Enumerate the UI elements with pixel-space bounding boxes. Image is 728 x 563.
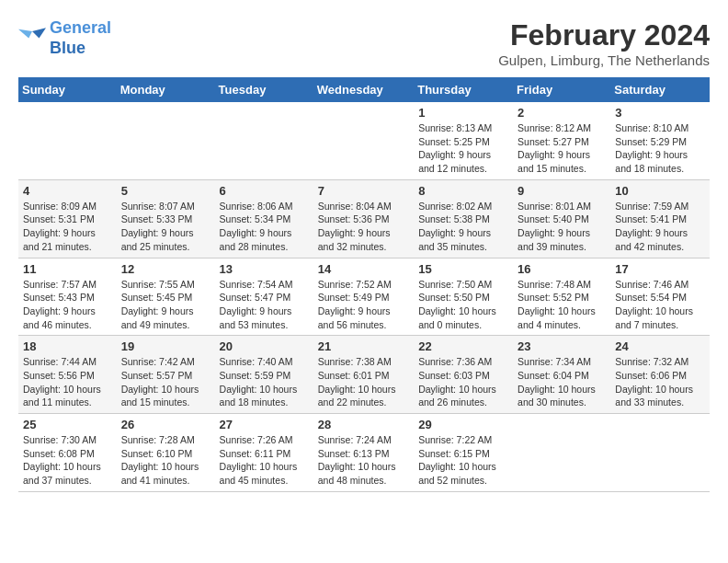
day-info: Sunrise: 8:12 AMSunset: 5:27 PMDaylight:… <box>518 121 606 176</box>
day-info: Sunrise: 7:59 AMSunset: 5:41 PMDaylight:… <box>615 200 705 254</box>
day-number: 17 <box>615 262 705 276</box>
day-cell: 20Sunrise: 7:40 AMSunset: 5:59 PMDayligh… <box>215 336 313 414</box>
day-number: 18 <box>23 339 112 353</box>
week-row-5: 25Sunrise: 7:30 AMSunset: 6:08 PMDayligh… <box>18 414 710 492</box>
day-info: Sunrise: 7:40 AMSunset: 5:59 PMDaylight:… <box>220 355 309 409</box>
day-number: 7 <box>318 184 409 198</box>
day-number: 19 <box>121 339 210 353</box>
svg-marker-1 <box>18 29 32 39</box>
day-number: 25 <box>23 418 112 431</box>
day-cell: 28Sunrise: 7:24 AMSunset: 6:13 PMDayligh… <box>313 414 414 492</box>
day-number: 20 <box>220 339 309 353</box>
day-cell <box>215 102 313 179</box>
header-cell-wednesday: Wednesday <box>313 77 414 102</box>
day-cell <box>117 102 215 179</box>
header-cell-saturday: Saturday <box>610 77 710 102</box>
location: Gulpen, Limburg, The Netherlands <box>498 52 710 68</box>
day-cell: 15Sunrise: 7:50 AMSunset: 5:50 PMDayligh… <box>414 258 513 336</box>
day-cell: 22Sunrise: 7:36 AMSunset: 6:03 PMDayligh… <box>414 336 513 414</box>
day-info: Sunrise: 8:10 AMSunset: 5:29 PMDaylight:… <box>615 121 705 176</box>
day-number: 22 <box>418 339 508 353</box>
logo-text: General Blue <box>50 18 111 58</box>
day-cell: 14Sunrise: 7:52 AMSunset: 5:49 PMDayligh… <box>313 258 414 336</box>
day-info: Sunrise: 8:04 AMSunset: 5:36 PMDaylight:… <box>318 200 409 254</box>
day-number: 5 <box>121 184 210 198</box>
week-row-3: 11Sunrise: 7:57 AMSunset: 5:43 PMDayligh… <box>18 258 710 336</box>
day-cell: 27Sunrise: 7:26 AMSunset: 6:11 PMDayligh… <box>215 414 313 492</box>
title-block: February 2024 Gulpen, Limburg, The Nethe… <box>498 18 710 68</box>
header-cell-monday: Monday <box>117 77 215 102</box>
day-cell: 26Sunrise: 7:28 AMSunset: 6:10 PMDayligh… <box>117 414 215 492</box>
day-number: 13 <box>220 262 309 276</box>
day-info: Sunrise: 7:22 AMSunset: 6:15 PMDaylight:… <box>418 433 508 488</box>
logo: General Blue <box>18 18 111 58</box>
day-cell: 10Sunrise: 7:59 AMSunset: 5:41 PMDayligh… <box>610 179 710 258</box>
day-cell: 12Sunrise: 7:55 AMSunset: 5:45 PMDayligh… <box>117 258 215 336</box>
day-cell: 1Sunrise: 8:13 AMSunset: 5:25 PMDaylight… <box>414 102 513 179</box>
day-number: 15 <box>418 262 508 276</box>
page-header: General Blue February 2024 Gulpen, Limbu… <box>18 18 710 68</box>
day-info: Sunrise: 7:30 AMSunset: 6:08 PMDaylight:… <box>23 433 112 488</box>
day-info: Sunrise: 8:13 AMSunset: 5:25 PMDaylight:… <box>418 121 508 176</box>
day-cell: 7Sunrise: 8:04 AMSunset: 5:36 PMDaylight… <box>313 179 414 258</box>
day-cell <box>18 102 117 179</box>
day-number: 24 <box>615 339 705 353</box>
day-info: Sunrise: 7:38 AMSunset: 6:01 PMDaylight:… <box>318 355 409 409</box>
day-info: Sunrise: 7:50 AMSunset: 5:50 PMDaylight:… <box>418 278 508 332</box>
day-cell <box>610 414 710 492</box>
day-cell: 23Sunrise: 7:34 AMSunset: 6:04 PMDayligh… <box>513 336 610 414</box>
day-cell: 2Sunrise: 8:12 AMSunset: 5:27 PMDaylight… <box>513 102 610 179</box>
day-cell: 5Sunrise: 8:07 AMSunset: 5:33 PMDaylight… <box>117 179 215 258</box>
day-number: 8 <box>418 184 508 198</box>
day-cell: 21Sunrise: 7:38 AMSunset: 6:01 PMDayligh… <box>313 336 414 414</box>
day-info: Sunrise: 7:28 AMSunset: 6:10 PMDaylight:… <box>121 433 210 488</box>
day-info: Sunrise: 7:44 AMSunset: 5:56 PMDaylight:… <box>23 355 112 409</box>
day-info: Sunrise: 7:57 AMSunset: 5:43 PMDaylight:… <box>23 278 112 332</box>
month-title: February 2024 <box>498 18 710 52</box>
day-info: Sunrise: 7:46 AMSunset: 5:54 PMDaylight:… <box>615 278 705 332</box>
day-cell: 17Sunrise: 7:46 AMSunset: 5:54 PMDayligh… <box>610 258 710 336</box>
day-cell: 6Sunrise: 8:06 AMSunset: 5:34 PMDaylight… <box>215 179 313 258</box>
day-number: 16 <box>518 262 606 276</box>
day-info: Sunrise: 7:24 AMSunset: 6:13 PMDaylight:… <box>318 433 409 488</box>
day-info: Sunrise: 7:54 AMSunset: 5:47 PMDaylight:… <box>220 278 309 332</box>
day-number: 2 <box>518 106 606 120</box>
day-info: Sunrise: 8:01 AMSunset: 5:40 PMDaylight:… <box>518 200 606 254</box>
header-cell-tuesday: Tuesday <box>215 77 313 102</box>
day-cell: 29Sunrise: 7:22 AMSunset: 6:15 PMDayligh… <box>414 414 513 492</box>
day-number: 27 <box>220 418 309 431</box>
day-number: 9 <box>518 184 606 198</box>
day-cell: 8Sunrise: 8:02 AMSunset: 5:38 PMDaylight… <box>414 179 513 258</box>
week-row-1: 1Sunrise: 8:13 AMSunset: 5:25 PMDaylight… <box>18 102 710 179</box>
week-row-2: 4Sunrise: 8:09 AMSunset: 5:31 PMDaylight… <box>18 179 710 258</box>
day-cell: 3Sunrise: 8:10 AMSunset: 5:29 PMDaylight… <box>610 102 710 179</box>
day-info: Sunrise: 7:26 AMSunset: 6:11 PMDaylight:… <box>220 433 309 488</box>
day-number: 4 <box>23 184 112 198</box>
day-cell: 16Sunrise: 7:48 AMSunset: 5:52 PMDayligh… <box>513 258 610 336</box>
day-number: 28 <box>318 418 409 431</box>
day-info: Sunrise: 8:09 AMSunset: 5:31 PMDaylight:… <box>23 200 112 254</box>
svg-marker-0 <box>32 28 46 38</box>
day-info: Sunrise: 8:02 AMSunset: 5:38 PMDaylight:… <box>418 200 508 254</box>
day-info: Sunrise: 7:34 AMSunset: 6:04 PMDaylight:… <box>518 355 606 409</box>
day-cell: 19Sunrise: 7:42 AMSunset: 5:57 PMDayligh… <box>117 336 215 414</box>
logo-bird-icon <box>18 27 46 50</box>
day-cell: 4Sunrise: 8:09 AMSunset: 5:31 PMDaylight… <box>18 179 117 258</box>
day-info: Sunrise: 8:06 AMSunset: 5:34 PMDaylight:… <box>220 200 309 254</box>
day-cell <box>313 102 414 179</box>
day-number: 29 <box>418 418 508 431</box>
day-info: Sunrise: 7:32 AMSunset: 6:06 PMDaylight:… <box>615 355 705 409</box>
day-cell: 24Sunrise: 7:32 AMSunset: 6:06 PMDayligh… <box>610 336 710 414</box>
day-cell: 11Sunrise: 7:57 AMSunset: 5:43 PMDayligh… <box>18 258 117 336</box>
day-number: 6 <box>220 184 309 198</box>
day-info: Sunrise: 7:55 AMSunset: 5:45 PMDaylight:… <box>121 278 210 332</box>
day-info: Sunrise: 7:42 AMSunset: 5:57 PMDaylight:… <box>121 355 210 409</box>
day-info: Sunrise: 7:48 AMSunset: 5:52 PMDaylight:… <box>518 278 606 332</box>
calendar-table: SundayMondayTuesdayWednesdayThursdayFrid… <box>18 77 710 492</box>
day-number: 12 <box>121 262 210 276</box>
day-number: 11 <box>23 262 112 276</box>
day-cell: 25Sunrise: 7:30 AMSunset: 6:08 PMDayligh… <box>18 414 117 492</box>
day-number: 21 <box>318 339 409 353</box>
day-number: 10 <box>615 184 705 198</box>
day-number: 1 <box>418 106 508 120</box>
